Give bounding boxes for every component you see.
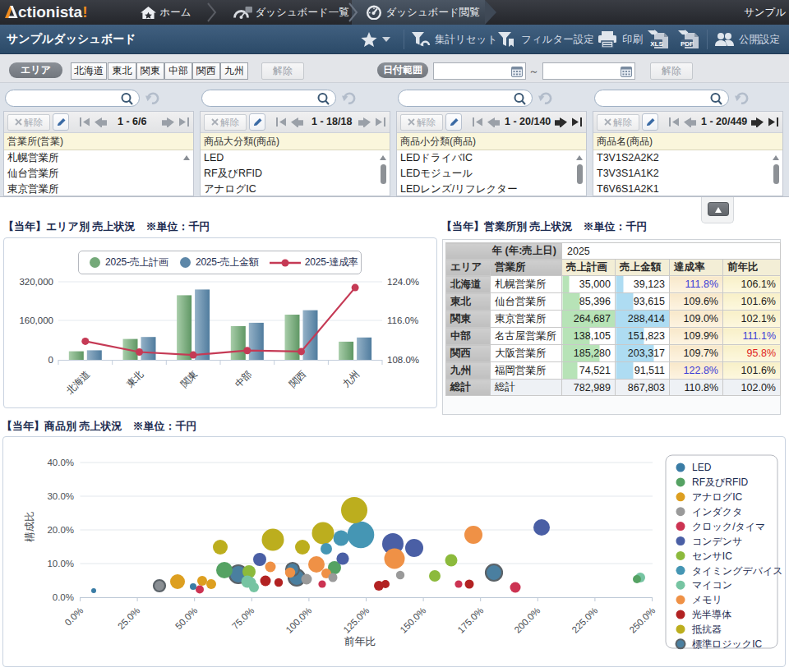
svg-text:125.0%: 125.0% bbox=[341, 605, 371, 635]
svg-text:0: 0 bbox=[48, 355, 53, 365]
svg-text:LED: LED bbox=[692, 462, 712, 473]
svg-text:北海道: 北海道 bbox=[65, 369, 92, 396]
svg-text:光半導体: 光半導体 bbox=[692, 609, 731, 620]
svg-text:40.0%: 40.0% bbox=[47, 458, 74, 467]
svg-text:100.0%: 100.0% bbox=[284, 605, 313, 635]
svg-text:コンデンサ: コンデンサ bbox=[692, 536, 742, 547]
svg-text:タイミングデバイス: タイミングデバイス bbox=[692, 565, 783, 577]
svg-text:250.0%: 250.0% bbox=[627, 605, 657, 635]
svg-text:前年比: 前年比 bbox=[344, 635, 376, 647]
svg-text:センサIC: センサIC bbox=[692, 550, 732, 562]
svg-text:160,000: 160,000 bbox=[19, 315, 53, 325]
svg-text:インダクタ: インダクタ bbox=[692, 506, 742, 518]
svg-text:クロック/タイマ: クロック/タイマ bbox=[692, 521, 765, 532]
svg-text:0.0%: 0.0% bbox=[62, 605, 85, 628]
svg-text:20.0%: 20.0% bbox=[47, 525, 74, 535]
svg-text:標準ロジックIC: 標準ロジックIC bbox=[692, 638, 762, 650]
svg-text:30.0%: 30.0% bbox=[47, 491, 74, 501]
svg-text:200.0%: 200.0% bbox=[512, 605, 542, 635]
svg-text:25.0%: 25.0% bbox=[116, 605, 142, 632]
svg-text:10.0%: 10.0% bbox=[47, 559, 74, 568]
svg-text:関西: 関西 bbox=[288, 369, 308, 389]
svg-text:124.0%: 124.0% bbox=[387, 277, 419, 287]
svg-text:50.0%: 50.0% bbox=[173, 605, 200, 632]
svg-text:抵抗器: 抵抗器 bbox=[691, 624, 722, 635]
svg-text:320,000: 320,000 bbox=[19, 277, 53, 287]
svg-text:中部: 中部 bbox=[233, 369, 254, 389]
svg-text:XLS: XLS bbox=[650, 40, 663, 48]
svg-text:116.0%: 116.0% bbox=[387, 315, 418, 325]
svg-text:東北: 東北 bbox=[125, 369, 145, 389]
svg-text:関東: 関東 bbox=[179, 369, 200, 389]
svg-text:メモリ: メモリ bbox=[692, 594, 722, 605]
svg-text:構成比: 構成比 bbox=[24, 511, 35, 542]
svg-text:マイコン: マイコン bbox=[692, 579, 732, 591]
svg-text:150.0%: 150.0% bbox=[398, 605, 427, 635]
svg-text:108.0%: 108.0% bbox=[387, 355, 419, 365]
svg-text:RF及びRFID: RF及びRFID bbox=[692, 476, 749, 488]
svg-text:75.0%: 75.0% bbox=[230, 605, 256, 632]
svg-text:175.0%: 175.0% bbox=[455, 605, 485, 635]
svg-text:アナログIC: アナログIC bbox=[692, 491, 742, 503]
svg-text:PDF: PDF bbox=[681, 40, 694, 48]
svg-text:0.0%: 0.0% bbox=[53, 592, 74, 602]
svg-text:九州: 九州 bbox=[341, 369, 362, 389]
svg-text:225.0%: 225.0% bbox=[570, 605, 599, 635]
